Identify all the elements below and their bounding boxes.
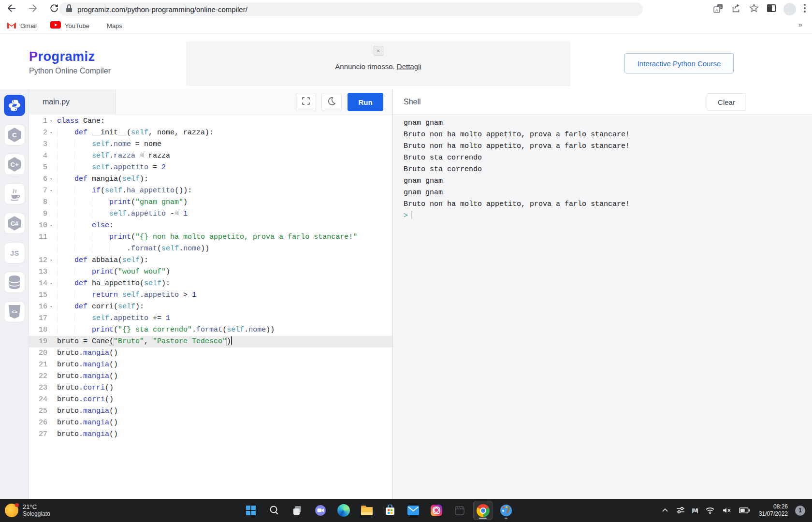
bookmark-youtube[interactable]: YouTube [50,21,89,30]
ad-close-icon[interactable]: ✕ [374,46,383,56]
taskbar-clock[interactable]: 08:26 31/07/2022 [759,503,788,518]
taskbar-app-task-view[interactable] [288,501,307,520]
code-line[interactable]: 20bruto.mangia() [29,348,392,359]
line-gutter: 21 [29,359,55,371]
address-bar[interactable]: programiz.com/python-programming/online-… [59,2,643,16]
dark-mode-button[interactable] [321,93,342,111]
shell-prompt[interactable]: > [404,210,812,222]
fold-arrow-icon [47,313,55,324]
shell-line: Bruto sta correndo [404,152,812,164]
code-line[interactable]: 6▾ def mangia(self): [29,174,392,185]
taskbar-app-edge[interactable] [334,501,353,520]
notification-badge[interactable]: 1 [795,506,805,516]
sidebar-item-csharp[interactable]: C# [4,213,25,234]
workspace: CC+C#JS<> main.py Run 1▾class Cane:2▾ de… [0,89,812,499]
taskbar-app-start[interactable] [241,501,261,520]
sidebar-item-java[interactable] [4,183,25,204]
sidebar-item-c[interactable]: C [4,124,25,145]
code-line[interactable]: 7▾ if(self.ha_appetito()): [29,185,392,197]
line-gutter: 26 [29,417,55,429]
taskbar-app-store[interactable] [380,501,400,520]
code-line[interactable]: 27bruto.mangia() [29,429,392,440]
tray-battery-icon[interactable] [739,508,750,513]
shell-line: gnam gnam [404,117,812,129]
code-line[interactable]: 26bruto.mangia() [29,417,392,429]
programiz-logo[interactable]: Programiz [29,49,95,64]
fold-arrow-icon[interactable]: ▾ [47,116,55,127]
tray-m-indicator-icon[interactable]: |M| [692,508,698,513]
code-line[interactable]: 23bruto.corri() [29,382,392,394]
code-line[interactable]: 3 self.nome = nome [29,139,392,150]
fullscreen-button[interactable] [296,93,316,111]
code-line[interactable]: 4 self.razza = razza [29,150,392,162]
fold-arrow-icon[interactable]: ▾ [47,255,55,266]
code-line-wrap[interactable]: .format(self.nome)) [29,243,392,255]
sidebar-item-python[interactable] [4,95,25,116]
sidebar-item-html[interactable]: <> [4,301,25,322]
code-line[interactable]: 10▾ else: [29,220,392,232]
tray-chevron-up-icon[interactable] [661,507,669,514]
code-line[interactable]: 11 print("{} non ha molto appetito, prov… [29,232,392,243]
bookmarks-overflow-chevron[interactable]: » [798,20,802,29]
code-line[interactable]: 2▾ def __init__(self, nome, razza): [29,127,392,139]
taskbar-app-mail[interactable] [404,501,423,520]
taskbar-app-file-explorer[interactable] [357,501,377,520]
fold-arrow-icon[interactable]: ▾ [47,278,55,290]
code-line[interactable]: 17 self.appetito += 1 [29,313,392,324]
translate-icon[interactable]: GA [713,3,724,15]
line-gutter: 19 [29,336,55,348]
tray-volume-muted-icon[interactable] [722,507,732,514]
fold-arrow-icon[interactable]: ▾ [47,301,55,313]
interactive-course-button[interactable]: Interactive Python Course [624,53,734,73]
fold-arrow-icon[interactable]: ▾ [47,127,55,139]
code-area[interactable]: 1▾class Cane:2▾ def __init__(self, nome,… [29,115,392,500]
paint-icon [500,505,512,516]
taskbar-app-instagram[interactable] [427,501,446,520]
taskbar-app-chat[interactable] [311,501,330,520]
file-tab-mainpy[interactable]: main.py [29,89,116,115]
taskbar-app-clipchamp[interactable] [450,501,469,520]
profile-avatar[interactable] [783,3,796,15]
bookmark-maps[interactable]: Maps [103,21,122,30]
fold-arrow-icon[interactable]: ▾ [47,185,55,197]
code-line[interactable]: 8 print("gnam gnam") [29,197,392,208]
sidebar-item-sql[interactable] [4,272,25,293]
code-line[interactable]: 18 print("{} sta correndo".format(self.n… [29,324,392,336]
clear-button[interactable]: Clear [707,93,746,111]
run-button[interactable]: Run [348,93,383,111]
code-line[interactable]: 5 self.appetito = 2 [29,162,392,174]
share-icon[interactable] [731,3,741,15]
code-line[interactable]: 14▾ def ha_appetito(self): [29,278,392,290]
sidebar-item-cpp[interactable]: C+ [4,154,25,175]
code-line[interactable]: 22bruto.mangia() [29,371,392,382]
code-line[interactable]: 1▾class Cane: [29,116,392,127]
tray-wifi-icon[interactable] [705,507,715,514]
weather-widget[interactable]: 21°C Soleggiato [5,499,50,522]
sidebar-item-js[interactable]: JS [4,242,25,263]
code-line[interactable]: 21bruto.mangia() [29,359,392,371]
fold-arrow-icon[interactable]: ▾ [47,220,55,232]
fold-arrow-icon[interactable]: ▾ [47,174,55,185]
code-line[interactable]: 15 return self.appetito > 1 [29,290,392,301]
code-line[interactable]: 9 self.appetito -= 1 [29,208,392,220]
taskbar-app-chrome[interactable] [473,501,493,520]
taskbar-app-paint[interactable] [496,501,516,520]
code-line[interactable]: 19bruto = Cane("Bruto", "Pastore Tedesco… [29,336,392,348]
bookmark-gmail[interactable]: Gmail [7,21,37,30]
menu-kebab-icon[interactable] [803,3,806,15]
fold-arrow-icon [47,266,55,278]
tray-quick-settings-icon[interactable] [676,507,685,514]
shell-output[interactable]: gnam gnamBruto non ha molto appetito, pr… [393,115,812,499]
side-panel-icon[interactable] [767,4,776,14]
code-line[interactable]: 13 print("wouf wouf") [29,266,392,278]
code-line[interactable]: 12▾ def abbaia(self): [29,255,392,266]
taskbar-app-search[interactable] [264,501,284,520]
code-line[interactable]: 16▾ def corri(self): [29,301,392,313]
code-line[interactable]: 25bruto.mangia() [29,406,392,417]
screen: programiz.com/python-programming/online-… [0,0,812,522]
forward-button[interactable] [26,2,40,16]
back-button[interactable] [5,2,18,16]
bookmark-star-icon[interactable] [749,3,759,15]
code-line[interactable]: 24bruto.corri() [29,394,392,406]
ad-details-link[interactable]: Dettagli [397,62,421,71]
